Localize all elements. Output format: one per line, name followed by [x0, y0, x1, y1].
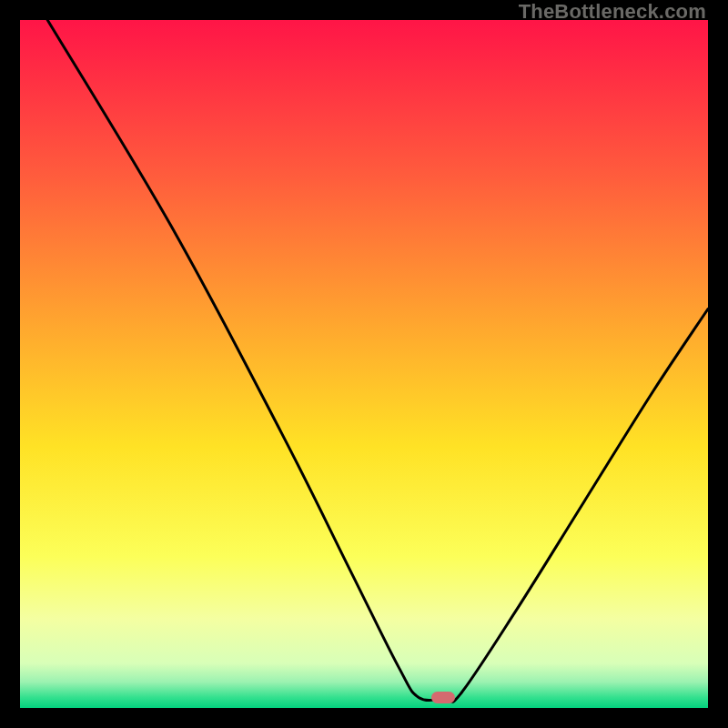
plot-area — [20, 20, 708, 708]
bottleneck-curve — [20, 20, 708, 708]
chart-container: TheBottleneck.com — [0, 0, 728, 728]
optimal-point-marker — [431, 692, 455, 704]
